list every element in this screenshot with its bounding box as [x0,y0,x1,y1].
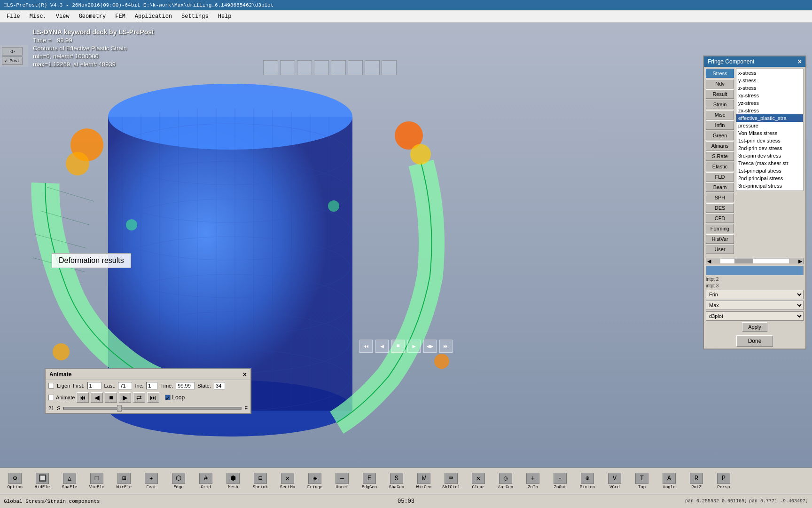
scroll-left[interactable]: ◀ [706,258,712,264]
fringe-btn-almans[interactable]: Almans [706,141,734,151]
toolbar-btn-shrink[interactable]: ⊟Shrink [247,469,273,493]
fringe-btn-elastic[interactable]: Elastic [706,162,734,171]
menu-view[interactable]: View [51,12,74,21]
anim-last-btn[interactable]: ⏭ [147,392,159,403]
toolbar-btn-clear[interactable]: ✕Clear [465,469,492,493]
toolbar-btn-top[interactable]: TTop [629,469,655,493]
toolbar-btn-vieele[interactable]: □VieEle [84,469,110,493]
fringe-btn-beam[interactable]: Beam [706,183,734,192]
fringe-dropdown-frin[interactable]: Frin [706,290,804,299]
fringe-list-item-3[interactable]: xy-stress [736,92,803,99]
fringe-btn-green[interactable]: Green [706,131,734,140]
toolbar-btn-shageo[interactable]: SShaGeo [383,469,410,493]
anim-stop-btn[interactable]: ■ [105,392,117,403]
fringe-list-item-4[interactable]: yz-stress [736,99,803,107]
menu-misc[interactable]: Misc. [25,12,51,21]
speed-slider[interactable] [63,407,242,410]
fringe-list-item-6[interactable]: effective_plastic_stra [736,114,803,122]
toolbar-btn-wirele[interactable]: ⊞WirEle [111,469,137,493]
speed-slider-thumb[interactable] [117,405,122,412]
toolbar-btn-unref[interactable]: —Unref [329,469,355,493]
last-input[interactable] [118,382,132,389]
toolbar-btn-edge[interactable]: ⬡Edge [165,469,192,493]
nav-cube-face-3[interactable] [297,60,312,75]
fringe-btn-user[interactable]: User [706,245,734,254]
stop-btn[interactable]: ■ [391,340,405,353]
fringe-done-btn[interactable]: Done [736,335,773,347]
fringe-btn-fld[interactable]: FLD [706,172,734,182]
nav-cube[interactable] [263,60,397,75]
scroll-right[interactable]: ▶ [797,258,803,264]
nav-cube-face-5[interactable] [331,60,346,75]
fringe-btn-histvar[interactable]: HistVar [706,234,734,244]
fringe-list-item-16[interactable]: max in-plane stress [736,190,803,191]
toolbar-btn-rotz[interactable]: RRotZ [683,469,710,493]
menu-settings[interactable]: Settings [177,12,213,21]
fringe-list-item-5[interactable]: zx-stress [736,107,803,114]
prev-btn[interactable]: ◀ [375,340,389,353]
menu-application[interactable]: Application [130,12,177,21]
fringe-btn-ndv[interactable]: Ndv [706,79,734,88]
fringe-btn-forming[interactable]: Forming [706,224,734,233]
first-input[interactable] [87,382,102,389]
fringe-list-item-15[interactable]: 3rd-principal stress [736,182,803,190]
fringe-btn-des[interactable]: DES [706,203,734,213]
toolbar-btn-persp[interactable]: PPersp [710,469,737,493]
nav-cube-face-6[interactable] [348,60,363,75]
fringe-apply-btn[interactable]: Apply [742,322,767,332]
fringe-list-item-14[interactable]: 2nd-principal stress [736,175,803,182]
toolbar-btn-option[interactable]: ⚙Option [2,469,28,493]
anim-bounce-btn[interactable]: ⇄ [133,392,145,403]
toolbar-btn-sectmo[interactable]: ✕SectMo [274,469,301,493]
fringe-btn-s.rate[interactable]: S.Rate [706,151,734,161]
animate-close-btn[interactable]: × [243,371,247,378]
fringe-btn-stress[interactable]: Stress [706,69,734,78]
fringe-list-item-9[interactable]: 1st-prin dev stress [736,137,803,144]
fringe-list-item-13[interactable]: 1st-principal stress [736,167,803,175]
fringe-close-btn[interactable]: × [798,58,802,65]
fringe-list-item-10[interactable]: 2nd-prin dev stress [736,144,803,152]
eigen-checkbox[interactable] [48,383,54,389]
fringe-dropdown-d3plot[interactable]: d3plot [706,311,804,321]
fringe-btn-misc[interactable]: Misc [706,110,734,119]
toolbar-btn-shfctrl[interactable]: ⌨ShfCtrl [438,469,464,493]
toolbar-btn-piclen[interactable]: ⊕PicLen [574,469,601,493]
fringe-list-item-1[interactable]: y-stress [736,77,803,84]
fringe-btn-strain[interactable]: Strain [706,100,734,109]
toolbar-btn-angle[interactable]: AAngle [656,469,682,493]
toolbar-btn-zoout[interactable]: -ZoOut [547,469,573,493]
fringe-list-item-12[interactable]: Tresca (max shear str [736,159,803,167]
fringe-btn-result[interactable]: Result [706,89,734,99]
last-btn[interactable]: ⏭ [439,340,453,353]
menu-file[interactable]: File [2,12,25,21]
anim-prev-btn[interactable]: ◀ [91,392,103,403]
nav-cube-face-8[interactable] [382,60,397,75]
inc-input[interactable] [146,382,157,389]
toolbar-btn-feat[interactable]: ✦Feat [138,469,164,493]
fringe-list[interactable]: x-stressy-stressz-stressxy-stressyz-stre… [736,69,804,191]
loop-checkbox[interactable]: ✓ [165,395,171,400]
fringe-btn-infin[interactable]: Infin [706,120,734,130]
toolbar-btn-shaele[interactable]: △ShaEle [56,469,83,493]
anim-first-btn[interactable]: ⏮ [77,392,89,403]
fringe-btn-cfd[interactable]: CFD [706,214,734,223]
goto-first-btn[interactable]: ⏮ [359,340,373,353]
menu-help[interactable]: Help [213,12,236,21]
fringe-dropdown-max[interactable]: Max [706,301,804,310]
toolbar-btn-zoin[interactable]: +ZoIn [520,469,546,493]
menu-geometry[interactable]: Geometry [74,12,111,21]
toolbar-btn-mesh[interactable]: ⬢Mesh [220,469,246,493]
toolbar-btn-hidele[interactable]: 🔲HidEle [29,469,55,493]
left-btn-post[interactable]: ✓ Post [2,56,23,65]
animate-checkbox[interactable] [48,395,54,400]
menu-fem[interactable]: FEM [110,12,130,21]
fringe-btn-sph[interactable]: SPH [706,193,734,202]
toolbar-btn-autcen[interactable]: ◎AutCen [492,469,519,493]
nav-cube-face-4[interactable] [314,60,329,75]
time-input[interactable] [176,382,195,389]
fringe-list-item-11[interactable]: 3rd-prin dev stress [736,152,803,159]
toolbar-btn-fringe[interactable]: ◈Fringe [302,469,328,493]
fringe-list-item-2[interactable]: z-stress [736,84,803,92]
fringe-list-item-7[interactable]: pressure [736,122,803,129]
nav-cube-face-1[interactable] [263,60,278,75]
